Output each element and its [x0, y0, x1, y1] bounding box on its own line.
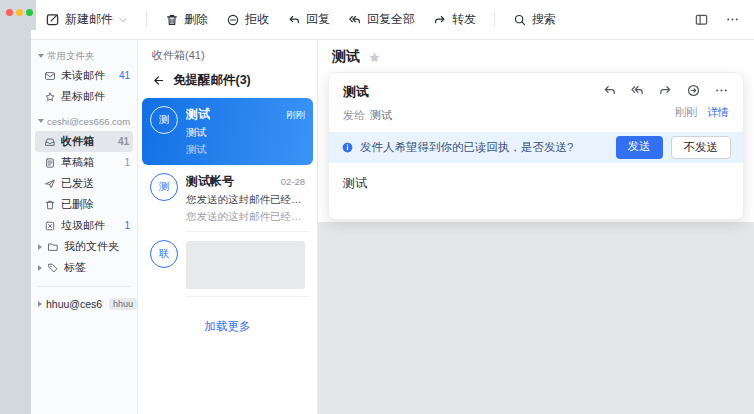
minus-circle-icon	[226, 13, 240, 27]
folder-divider	[38, 286, 130, 287]
mail-card-header: 测试 发给 测试 刚刚 详情	[329, 73, 743, 132]
back-label: 免提醒邮件(3)	[173, 72, 251, 89]
receipt-buttons: 发送 不发送	[616, 136, 732, 159]
common-folders-header[interactable]: 常用文件夹	[31, 47, 137, 65]
account-header-hhuu[interactable]: hhuu@ces666... hhuu	[31, 293, 137, 314]
forward-button[interactable]: 转发	[433, 11, 476, 28]
mail-detail-panel: 测试 测试 发给 测试 刚刚	[318, 40, 754, 414]
zoom-window-button[interactable]	[26, 9, 33, 16]
mail-list-item[interactable]: 测 测试 刚刚 测试 测试	[142, 98, 313, 165]
avatar: 测	[150, 106, 178, 134]
minimize-window-button[interactable]	[16, 9, 23, 16]
mail-card: 测试 发给 测试 刚刚 详情	[328, 72, 744, 220]
more-icon[interactable]	[714, 83, 729, 98]
card-actions-block: 刚刚 详情	[602, 83, 729, 123]
caret-down-icon	[38, 54, 44, 58]
delete-button[interactable]: 删除	[165, 11, 208, 28]
account-badge: hhuu	[109, 298, 137, 310]
compose-label: 新建邮件	[65, 11, 113, 28]
forward-icon[interactable]	[658, 83, 673, 98]
reply-all-icon[interactable]	[630, 83, 645, 98]
folder-label: 星标邮件	[61, 89, 105, 104]
mail-time: 刚刚	[286, 109, 305, 122]
mail-item-body: 测试帐号 02-28 您发送的这封邮件已经被打开。 您发送的这封邮件已经被打开。	[186, 173, 305, 224]
back-to-inbox[interactable]: 免提醒邮件(3)	[138, 65, 317, 98]
avatar: 联	[150, 240, 178, 268]
account-email: ceshi@ces666.com	[47, 116, 130, 127]
tag-icon	[47, 262, 59, 274]
folder-label: 未读邮件	[61, 68, 105, 83]
folder-inbox[interactable]: 收件箱 41	[35, 131, 133, 152]
account-header-ceshi[interactable]: ceshi@ces666.com	[31, 111, 137, 131]
search-label: 搜索	[532, 11, 556, 28]
reply-all-button[interactable]: 回复全部	[348, 11, 415, 28]
mail-list-item[interactable]: 联	[142, 232, 313, 297]
receipt-prompt: 发件人希望得到你的已读回执，是否发送?	[360, 140, 573, 155]
mail-time: 02-28	[281, 176, 305, 187]
mail-subject: 测试	[186, 126, 305, 140]
caret-right-icon	[38, 244, 42, 250]
mail-item-body	[186, 240, 305, 289]
reject-button[interactable]: 拒收	[226, 11, 269, 28]
unread-mail-icon	[44, 70, 56, 82]
to-value[interactable]: 测试	[370, 108, 392, 123]
back-arrow-icon	[152, 74, 165, 87]
send-receipt-button[interactable]: 发送	[616, 136, 663, 159]
sender-name: 测试	[343, 83, 392, 101]
info-icon	[341, 141, 354, 154]
folder-unread[interactable]: 未读邮件 41	[31, 65, 137, 86]
folder-spam[interactable]: 垃圾邮件 1	[31, 215, 137, 236]
reject-label: 拒收	[245, 11, 269, 28]
card-action-icons	[602, 83, 729, 98]
mail-list-item[interactable]: 测 测试帐号 02-28 您发送的这封邮件已经被打开。 您发送的这封邮件已经被打…	[142, 165, 313, 232]
dont-send-receipt-button[interactable]: 不发送	[671, 136, 732, 159]
reading-pane-layout-button[interactable]	[694, 12, 709, 27]
folder-count: 41	[118, 136, 129, 147]
trash-icon	[165, 13, 179, 27]
to-label: 发给	[343, 108, 365, 123]
mail-preview: 您发送的这封邮件已经被打开。	[186, 210, 305, 224]
folder-label: 已发送	[61, 176, 94, 191]
details-link[interactable]: 详情	[707, 105, 729, 120]
more-button[interactable]	[725, 12, 740, 27]
folder-count: 1	[124, 220, 130, 231]
folder-drafts[interactable]: 草稿箱 1	[31, 152, 137, 173]
load-more-link[interactable]: 加载更多	[138, 319, 317, 334]
folder-starred[interactable]: 星标邮件	[31, 86, 137, 107]
reply-icon	[287, 13, 301, 27]
app-rail	[0, 0, 31, 414]
read-receipt-banner: 发件人希望得到你的已读回执，是否发送? 发送 不发送	[329, 132, 743, 163]
paper-plane-icon	[44, 178, 56, 190]
reply-icon[interactable]	[602, 83, 617, 98]
mail-body: 测试	[329, 163, 743, 204]
mail-preview: 测试	[186, 143, 305, 157]
search-button[interactable]: 搜索	[513, 11, 556, 28]
folder-my-folders[interactable]: 我的文件夹	[31, 236, 137, 257]
folder-deleted[interactable]: 已删除	[31, 194, 137, 215]
toolbar-right	[694, 12, 740, 27]
mail-list-header: 收件箱(41)	[138, 40, 317, 65]
compose-button[interactable]: 新建邮件	[45, 11, 128, 28]
caret-right-icon	[38, 265, 42, 271]
close-window-button[interactable]	[6, 9, 13, 16]
search-icon	[513, 13, 527, 27]
mail-detail-title: 测试	[332, 48, 360, 66]
star-toggle-icon[interactable]	[368, 51, 381, 64]
avatar: 测	[150, 173, 178, 201]
reply-button[interactable]: 回复	[287, 11, 330, 28]
time-row: 刚刚 详情	[675, 105, 729, 120]
toolbar-separator	[146, 12, 147, 27]
folder-sent[interactable]: 已发送	[31, 173, 137, 194]
redirect-icon[interactable]	[686, 83, 701, 98]
loading-skeleton	[186, 241, 305, 289]
detail-title-row: 测试	[318, 40, 754, 71]
draft-icon	[44, 157, 56, 169]
chevron-down-icon	[118, 15, 128, 25]
recipient-row: 发给 测试	[343, 108, 392, 123]
reply-label: 回复	[306, 11, 330, 28]
folder-label: 垃圾邮件	[61, 218, 105, 233]
window-controls	[6, 9, 33, 16]
compose-icon	[45, 12, 60, 27]
folder-tags[interactable]: 标签	[31, 257, 137, 278]
sender-block: 测试 发给 测试	[343, 83, 392, 123]
